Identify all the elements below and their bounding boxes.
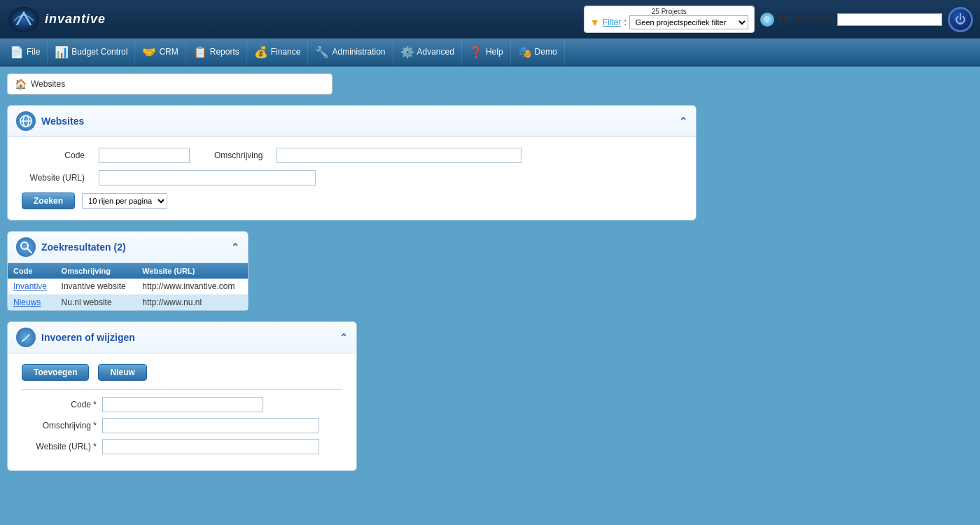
invoer-section-title: Invoeren of wijzigen	[41, 332, 334, 343]
filter-icon: ▼	[590, 17, 600, 28]
invoer-omschrijving-label: Omschrijving *	[22, 421, 102, 430]
invoer-section-body: Toevoegen Nieuw Code * Omschrijving * We…	[8, 354, 356, 470]
table-row[interactable]: Nieuws Nu.nl website http://www.nu.nl	[8, 295, 248, 311]
svg-point-0	[8, 7, 39, 32]
filter-link[interactable]: Filter	[603, 18, 622, 27]
nieuw-button[interactable]: Nieuw	[98, 364, 146, 381]
breadcrumb: 🏠 Websites	[7, 74, 332, 94]
invoer-code-input[interactable]	[102, 397, 263, 412]
invoer-omschrijving-row: Omschrijving *	[22, 418, 342, 433]
logo-area: invantive	[7, 6, 106, 34]
invoer-section-icon	[16, 328, 36, 347]
row-0-code[interactable]: Invantive	[8, 279, 56, 295]
toevoegen-button[interactable]: Toevoegen	[22, 364, 89, 381]
website-url-input[interactable]	[99, 170, 316, 186]
nav-item-finance[interactable]: 💰 Finance	[247, 38, 309, 65]
results-section-title: Zoekresultaten (2)	[41, 241, 225, 253]
nav-item-budgetcontrol[interactable]: 📊 Budget Control	[48, 38, 135, 65]
administration-icon: 🔧	[315, 46, 329, 59]
zoeken-button[interactable]: Zoeken	[22, 192, 75, 209]
nav-item-administration[interactable]: 🔧 Administration	[308, 38, 393, 65]
logo-icon	[7, 6, 41, 34]
nav-item-help[interactable]: ❓ Help	[462, 38, 511, 65]
nav-item-reports[interactable]: 📋 Reports	[186, 38, 247, 65]
col-header-code: Code	[8, 263, 56, 279]
top-bar: invantive 25 Projects ▼ Filter : Geen pr…	[0, 0, 980, 38]
nav-label-budgetcontrol: Budget Control	[71, 47, 127, 57]
nav-label-crm: CRM	[159, 47, 178, 57]
tijdreizen-label: Tijdreizen naar:	[777, 15, 834, 24]
row-1-url: http://www.nu.nl	[136, 295, 248, 311]
websites-section-icon	[16, 111, 36, 131]
divider	[22, 389, 342, 390]
nav-label-file: File	[27, 47, 40, 57]
power-button[interactable]: ⏻	[948, 7, 973, 32]
website-url-label: Website (URL)	[22, 173, 85, 183]
projects-count-text: 25 Projects	[590, 8, 748, 15]
results-section-icon	[16, 237, 36, 257]
col-header-omschrijving: Omschrijving	[56, 263, 137, 279]
nav-bar: 📄 File 📊 Budget Control 🤝 CRM 📋 Reports …	[0, 38, 980, 66]
nav-item-advanced[interactable]: ⚙️ Advanced	[393, 38, 462, 65]
invoer-code-row: Code *	[22, 397, 342, 412]
search-section-title: Websites	[41, 115, 673, 127]
nav-item-crm[interactable]: 🤝 CRM	[135, 38, 186, 65]
invoer-section-header: Invoeren of wijzigen ⌃	[8, 322, 356, 354]
budgetcontrol-icon: 📊	[55, 46, 69, 59]
svg-line-6	[22, 340, 24, 342]
table-row[interactable]: Invantive Invantive website http://www.i…	[8, 279, 248, 295]
finance-icon: 💰	[254, 46, 268, 59]
tijdreizen-input[interactable]	[837, 13, 942, 26]
row-0-omschrijving: Invantive website	[56, 279, 137, 295]
col-header-url: Website (URL)	[136, 263, 248, 279]
svg-line-5	[27, 248, 31, 253]
rows-per-page-select[interactable]: 10 rijen per pagina 25 rijen per pagina …	[82, 193, 167, 209]
row-1-omschrijving: Nu.nl website	[56, 295, 137, 311]
search-collapse-button[interactable]: ⌃	[679, 115, 687, 127]
results-collapse-button[interactable]: ⌃	[231, 241, 239, 253]
code-input[interactable]	[99, 148, 190, 163]
main-content: 🏠 Websites Websites ⌃ Code Omschrijving …	[0, 66, 980, 525]
omschrijving-input[interactable]	[276, 148, 522, 163]
nav-label-finance: Finance	[271, 47, 301, 57]
row-1-code[interactable]: Nieuws	[8, 295, 56, 311]
invoer-url-row: Website (URL) *	[22, 439, 342, 454]
nav-label-administration: Administration	[332, 47, 385, 57]
logo-text: invantive	[45, 12, 106, 27]
invoer-buttons: Toevoegen Nieuw	[22, 364, 342, 381]
results-table-container: Code Omschrijving Website (URL) Invantiv…	[8, 263, 248, 310]
filter-select[interactable]: Geen projectspecifiek filter	[629, 15, 748, 29]
file-icon: 📄	[10, 46, 24, 59]
tijdreizen-row: ⏱ Tijdreizen naar:	[760, 13, 942, 27]
search-section-body: Code Omschrijving Website (URL) Zoeken 1…	[8, 137, 696, 220]
nav-label-demo: Demo	[535, 47, 557, 57]
invoer-url-label: Website (URL) *	[22, 442, 102, 451]
nav-label-advanced: Advanced	[417, 47, 454, 57]
help-icon: ❓	[469, 46, 483, 59]
filter-colon: :	[624, 18, 626, 27]
row-1-code-link[interactable]: Nieuws	[13, 298, 41, 307]
nav-item-demo[interactable]: 🎭 Demo	[511, 38, 565, 65]
invoer-omschrijving-input[interactable]	[102, 418, 319, 433]
results-section: Zoekresultaten (2) ⌃ Code Omschrijving W…	[7, 231, 248, 311]
omschrijving-label: Omschrijving	[214, 150, 262, 160]
nav-item-file[interactable]: 📄 File	[3, 38, 48, 65]
results-section-header: Zoekresultaten (2) ⌃	[8, 232, 248, 263]
search-section-header: Websites ⌃	[8, 106, 696, 137]
crm-icon: 🤝	[142, 46, 156, 59]
invoer-collapse-button[interactable]: ⌃	[340, 332, 348, 343]
tijdreizen-icon: ⏱	[760, 13, 774, 27]
code-label: Code	[22, 150, 85, 160]
nav-label-reports: Reports	[210, 47, 239, 57]
breadcrumb-text: Websites	[31, 79, 65, 89]
url-row: Website (URL)	[22, 170, 682, 186]
projects-count-panel: 25 Projects ▼ Filter : Geen projectspeci…	[584, 6, 755, 33]
table-header-row: Code Omschrijving Website (URL)	[8, 263, 248, 279]
advanced-icon: ⚙️	[400, 46, 414, 59]
results-table: Code Omschrijving Website (URL) Invantiv…	[8, 263, 248, 310]
filter-row: ▼ Filter : Geen projectspecifiek filter	[590, 15, 748, 29]
row-0-code-link[interactable]: Invantive	[13, 281, 47, 291]
home-icon: 🏠	[15, 78, 27, 90]
invoer-code-label: Code *	[22, 400, 102, 410]
invoer-url-input[interactable]	[102, 439, 319, 454]
